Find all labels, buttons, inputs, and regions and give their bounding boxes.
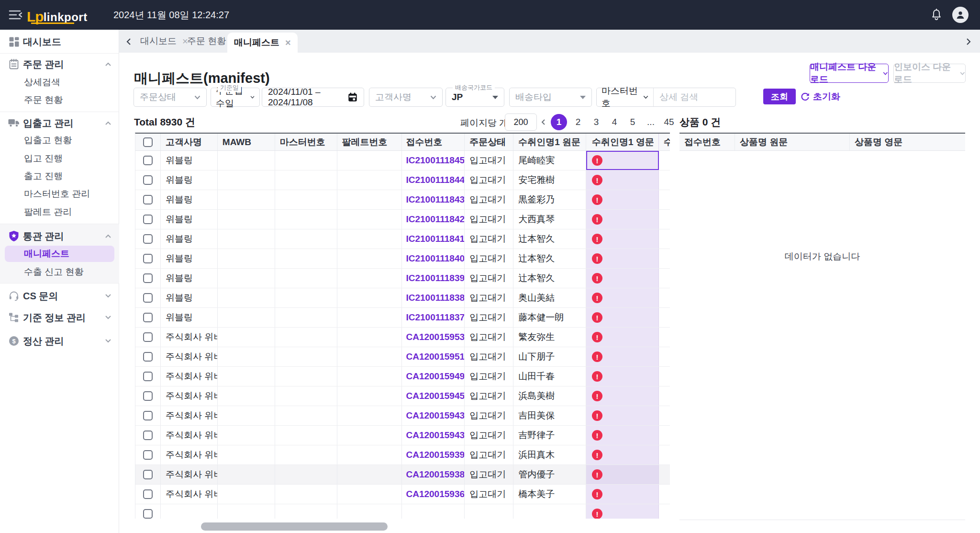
table-row[interactable]: 주식회사 위버... CA1200159534 입고대기 繁友弥生 ! bbox=[135, 328, 670, 347]
row-checkbox[interactable] bbox=[143, 195, 153, 204]
row-checkbox[interactable] bbox=[143, 431, 153, 440]
ship-type-select[interactable]: 배송타입 bbox=[509, 88, 592, 107]
receipt-no-link[interactable]: IC2100111842 bbox=[406, 214, 465, 225]
receipt-no-link[interactable]: IC2100111844 bbox=[406, 175, 465, 185]
sidebar-item-dashboard[interactable]: 대시보드 bbox=[0, 34, 119, 50]
receipt-no-link[interactable]: IC2100111843 bbox=[406, 194, 465, 205]
table-row[interactable]: 위블링 IC2100111844 입고대기 安宅雅樹 ! bbox=[135, 170, 670, 190]
cell-receiver-english[interactable]: ! bbox=[586, 249, 659, 268]
page-number[interactable]: 1 bbox=[551, 114, 567, 130]
sidebar-toggle-icon[interactable] bbox=[9, 9, 23, 21]
row-checkbox[interactable] bbox=[143, 509, 153, 519]
receipt-no-link[interactable]: IC2100111841 bbox=[406, 234, 465, 244]
tab-manifest[interactable]: 매니페스트 × bbox=[227, 33, 298, 53]
row-checkbox[interactable] bbox=[143, 352, 153, 362]
cell-receiver-english[interactable]: ! bbox=[586, 426, 659, 445]
sidebar-group-orders[interactable]: 주문 관리 bbox=[0, 56, 119, 72]
receipt-no-link[interactable]: IC2100111837 bbox=[406, 312, 465, 323]
cell-receiver-english[interactable]: ! bbox=[586, 308, 659, 327]
cell-receiver-english[interactable]: ! bbox=[586, 347, 659, 366]
table-row[interactable]: 위블링 IC2100111839 입고대기 辻本智久 ! bbox=[135, 269, 670, 288]
sidebar-item-export-declaration[interactable]: 수출 신고 현황 bbox=[0, 264, 119, 280]
receipt-no-link[interactable]: CA1200159490 bbox=[406, 371, 465, 382]
page-number[interactable]: 5 bbox=[625, 114, 640, 130]
sidebar-item-order-status[interactable]: 주문 현황 bbox=[0, 92, 119, 108]
table-row[interactable]: 주식회사 위버... CA1200159436 입고대기 吉田美保 ! bbox=[135, 406, 670, 426]
row-checkbox[interactable] bbox=[143, 450, 153, 460]
table-row[interactable]: 위블링 IC2100111845 입고대기 尾崎睦実 ! bbox=[135, 151, 670, 170]
cell-receiver-english[interactable]: ! bbox=[586, 151, 659, 170]
row-checkbox[interactable] bbox=[143, 411, 153, 420]
sidebar-group-warehouse[interactable]: 입출고 관리 bbox=[0, 115, 119, 131]
page-number[interactable]: 45 bbox=[662, 114, 676, 130]
search-button[interactable]: 조회 bbox=[763, 89, 796, 104]
receipt-no-link[interactable]: IC2100111840 bbox=[406, 253, 465, 264]
receipt-no-link[interactable]: CA1200159519 bbox=[406, 352, 465, 362]
sidebar-item-inbound[interactable]: 입고 진행 bbox=[0, 150, 119, 167]
receipt-no-link[interactable]: IC2100111838 bbox=[406, 293, 465, 303]
tabs-scroll-right-icon[interactable] bbox=[966, 38, 972, 45]
table-row[interactable]: 주식회사 위버... CA1200159430 입고대기 吉野律子 ! bbox=[135, 426, 670, 445]
row-checkbox[interactable] bbox=[143, 175, 153, 185]
row-checkbox[interactable] bbox=[143, 391, 153, 401]
tabs-scroll-left-icon[interactable] bbox=[126, 38, 133, 45]
receipt-no-link[interactable]: IC2100111845 bbox=[406, 155, 465, 166]
receipt-no-link[interactable]: CA1200159450 bbox=[406, 391, 465, 401]
cell-receiver-english[interactable]: ! bbox=[586, 328, 659, 347]
table-row[interactable]: 위블링 IC2100111842 입고대기 大西真琴 ! bbox=[135, 210, 670, 229]
table-row[interactable]: 주식회사 위버... CA1200159391 입고대기 浜田真木 ! bbox=[135, 445, 670, 465]
table-row[interactable]: 위블링 IC2100111843 입고대기 黒釜彩乃 ! bbox=[135, 190, 670, 210]
receipt-no-link[interactable]: CA1200159534 bbox=[406, 332, 465, 342]
sidebar-item-warehouse-status[interactable]: 입출고 현황 bbox=[0, 132, 119, 148]
receipt-no-link[interactable]: IC2100111839 bbox=[406, 273, 465, 284]
cell-receiver-english[interactable]: ! bbox=[586, 367, 659, 386]
table-row[interactable]: 위블링 IC2100111838 입고대기 奥山美結 ! bbox=[135, 288, 670, 308]
receipt-no-link[interactable]: CA1200159382 bbox=[406, 469, 465, 480]
cell-receiver-english[interactable]: ! bbox=[586, 170, 659, 190]
table-row[interactable]: 주식회사 위버... CA1200159382 입고대기 管内優子 ! bbox=[135, 465, 670, 485]
sidebar-item-manifest[interactable]: 매니페스트 bbox=[0, 246, 119, 262]
sidebar-group-customs[interactable]: 통관 관리 bbox=[0, 228, 119, 244]
cell-receiver-english[interactable]: ! bbox=[586, 406, 659, 425]
page-prev-icon[interactable] bbox=[539, 118, 547, 126]
row-checkbox[interactable] bbox=[143, 234, 153, 244]
page-number[interactable]: 3 bbox=[589, 114, 603, 130]
app-logo[interactable]: Lp linkport bbox=[27, 5, 88, 24]
receipt-no-link[interactable]: CA1200159365 bbox=[406, 489, 465, 499]
select-all-checkbox[interactable] bbox=[143, 137, 153, 147]
sidebar-group-cs[interactable]: CS 문의 bbox=[0, 288, 119, 304]
row-checkbox[interactable] bbox=[143, 332, 153, 342]
row-checkbox[interactable] bbox=[143, 215, 153, 224]
row-checkbox[interactable] bbox=[143, 273, 153, 283]
cell-receiver-english[interactable]: ! bbox=[586, 210, 659, 229]
table-row[interactable]: 주식회사 위버... CA1200159450 입고대기 浜島美樹 ! bbox=[135, 386, 670, 406]
row-checkbox[interactable] bbox=[143, 254, 153, 263]
cell-receiver-english[interactable]: ! bbox=[586, 229, 659, 249]
user-avatar[interactable] bbox=[952, 7, 969, 23]
sidebar-item-master-no[interactable]: 마스터번호 관리 bbox=[0, 186, 119, 202]
table-row[interactable]: 위블링 IC2100111840 입고대기 辻本智久 ! bbox=[135, 249, 670, 269]
cell-receiver-english[interactable]: ! bbox=[586, 485, 659, 504]
row-checkbox[interactable] bbox=[143, 293, 153, 303]
sidebar-item-pallet[interactable]: 팔레트 관리 bbox=[0, 204, 119, 220]
row-checkbox[interactable] bbox=[143, 313, 153, 322]
reset-button[interactable]: 초기화 bbox=[801, 91, 840, 103]
receipt-no-link[interactable]: CA1200159430 bbox=[406, 430, 465, 441]
close-icon[interactable]: × bbox=[285, 38, 291, 47]
cell-receiver-english[interactable]: ! bbox=[586, 269, 659, 288]
table-row[interactable]: 위블링 IC2100111837 입고대기 藤本健一朗 ! bbox=[135, 308, 670, 328]
detail-field-select[interactable]: 마스터번호 bbox=[597, 85, 653, 110]
horizontal-scrollbar[interactable] bbox=[201, 522, 388, 531]
sidebar-group-base-info[interactable]: 기준 정보 관리 bbox=[0, 309, 119, 326]
per-page-input[interactable] bbox=[505, 113, 537, 131]
sidebar-group-settlement[interactable]: $ 정산 관리 bbox=[0, 333, 119, 349]
row-checkbox[interactable] bbox=[143, 470, 153, 479]
cell-receiver-english[interactable]: ! bbox=[586, 386, 659, 406]
table-row[interactable]: 주식회사 위버... CA1200159490 입고대기 山田千春 ! bbox=[135, 367, 670, 386]
cell-receiver-english[interactable]: ! bbox=[586, 190, 659, 209]
sidebar-item-outbound[interactable]: 출고 진행 bbox=[0, 168, 119, 184]
cell-receiver-english[interactable]: ! bbox=[586, 465, 659, 484]
table-row[interactable]: 주식회사 위버... CA1200159365 입고대기 橋本美子 ! bbox=[135, 485, 670, 504]
sidebar-item-detail-search[interactable]: 상세검색 bbox=[0, 74, 119, 91]
table-row[interactable]: 위블링 IC2100111841 입고대기 辻本智久 ! bbox=[135, 229, 670, 249]
